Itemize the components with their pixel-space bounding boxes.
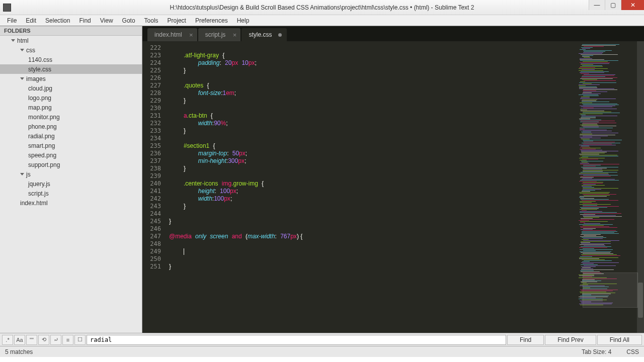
find-toggle-5[interactable]: ≡ — [62, 335, 73, 345]
find-toggle-2[interactable]: "" — [26, 335, 37, 345]
file-radial-png[interactable]: radial.png — [0, 131, 142, 141]
menu-selection[interactable]: Selection — [41, 16, 74, 25]
menu-project[interactable]: Project — [164, 16, 190, 25]
disclosure-arrow-icon — [20, 77, 24, 80]
menu-goto[interactable]: Goto — [118, 16, 139, 25]
window-title: H:\htdocs\tutsplus\Design & Build Scroll… — [170, 4, 474, 11]
folder-html[interactable]: html — [0, 36, 142, 45]
folder-tree[interactable]: htmlcss1140.cssstyle.cssimagescloud.jpgl… — [0, 36, 142, 333]
find-button[interactable]: Find — [507, 335, 544, 345]
tree-label: radial.png — [28, 133, 55, 140]
tree-label: map.png — [28, 104, 52, 111]
menu-view[interactable]: View — [96, 16, 117, 25]
close-button[interactable]: ✕ — [621, 0, 644, 10]
tree-label: logo.png — [28, 95, 51, 102]
find-bar: .*Aa""⟲⤾≡☐ Find Find Prev Find All — [0, 333, 644, 346]
sidebar: FOLDERS htmlcss1140.cssstyle.cssimagescl… — [0, 26, 142, 333]
titlebar: H:\htdocs\tutsplus\Design & Build Scroll… — [0, 0, 644, 15]
disclosure-arrow-icon — [20, 173, 24, 175]
file-logo-png[interactable]: logo.png — [0, 93, 142, 103]
find-toggle-0[interactable]: .* — [2, 335, 13, 345]
minimize-button[interactable]: — — [589, 0, 605, 10]
tree-label: smart.png — [28, 142, 55, 149]
menubar: FileEditSelectionFindViewGotoToolsProjec… — [0, 15, 644, 26]
disclosure-arrow-icon — [20, 49, 24, 51]
menu-preferences[interactable]: Preferences — [191, 16, 232, 25]
tab-label: style.css — [249, 31, 272, 38]
tab-script-js[interactable]: script.js× — [198, 28, 241, 41]
folder-images[interactable]: images — [0, 74, 142, 83]
minimap-viewport[interactable] — [583, 273, 638, 308]
file-smart-png[interactable]: smart.png — [0, 141, 142, 150]
tree-label: css — [26, 47, 35, 54]
status-matches: 5 matches — [5, 348, 33, 355]
file-script-js[interactable]: script.js — [0, 189, 142, 198]
file-index-html[interactable]: index.html — [0, 198, 142, 208]
scrollbar-thumb[interactable] — [638, 283, 643, 318]
file-monitor-png[interactable]: monitor.png — [0, 112, 142, 122]
find-all-button[interactable]: Find All — [597, 335, 642, 345]
tab-label: index.html — [154, 31, 182, 38]
file-cloud-jpg[interactable]: cloud.jpg — [0, 83, 142, 93]
status-language[interactable]: CSS — [626, 348, 639, 355]
tab-index-html[interactable]: index.html× — [147, 28, 197, 41]
tree-label: index.html — [20, 200, 48, 207]
file-speed-png[interactable]: speed.png — [0, 150, 142, 160]
dirty-indicator-icon — [278, 33, 282, 37]
find-prev-button[interactable]: Find Prev — [545, 335, 596, 345]
find-toggle-1[interactable]: Aa — [14, 335, 25, 345]
file-map-png[interactable]: map.png — [0, 103, 142, 112]
tab-bar: index.html×script.js×style.css — [142, 26, 644, 41]
tree-label: support.png — [28, 161, 60, 168]
code-editor[interactable]: .atf-light-gray { padding: 20px 10px; } … — [165, 41, 577, 333]
tree-label: images — [26, 75, 46, 82]
menu-find[interactable]: Find — [75, 16, 95, 25]
menu-file[interactable]: File — [3, 16, 21, 25]
file-1140-css[interactable]: 1140.css — [0, 55, 142, 64]
tree-label: jquery.js — [28, 180, 50, 188]
menu-edit[interactable]: Edit — [22, 16, 40, 25]
editor-scrollbar[interactable] — [637, 41, 644, 333]
tree-label: monitor.png — [28, 114, 60, 121]
close-tab-icon[interactable]: × — [233, 31, 237, 39]
line-gutter: 222 223 224 225 226 227 228 229 230 231 … — [142, 41, 165, 333]
tree-label: cloud.jpg — [28, 85, 52, 92]
tree-label: style.css — [28, 66, 51, 73]
status-tabsize[interactable]: Tab Size: 4 — [582, 348, 611, 355]
tab-label: script.js — [205, 31, 226, 38]
folders-header: FOLDERS — [0, 26, 142, 36]
tree-label: 1140.css — [28, 56, 52, 63]
menu-help[interactable]: Help — [233, 16, 254, 25]
maximize-button[interactable]: ▢ — [605, 0, 621, 10]
status-bar: 5 matches Tab Size: 4 CSS — [0, 346, 644, 357]
find-toggle-4[interactable]: ⤾ — [50, 335, 61, 345]
menu-tools[interactable]: Tools — [140, 16, 163, 25]
find-toggle-3[interactable]: ⟲ — [38, 335, 49, 345]
app-icon — [3, 4, 11, 12]
disclosure-arrow-icon — [11, 39, 15, 42]
folder-js[interactable]: js — [0, 169, 142, 179]
file-jquery-js[interactable]: jquery.js — [0, 179, 142, 189]
tree-label: speed.png — [28, 152, 56, 159]
editor-area: index.html×script.js×style.css 222 223 2… — [142, 26, 644, 333]
tree-label: phone.png — [28, 123, 57, 130]
file-support-png[interactable]: support.png — [0, 160, 142, 169]
tab-style-css[interactable]: style.css — [242, 28, 287, 41]
find-input[interactable] — [87, 335, 506, 345]
close-tab-icon[interactable]: × — [189, 31, 193, 39]
tree-label: script.js — [28, 190, 49, 197]
tree-label: js — [26, 171, 31, 178]
file-phone-png[interactable]: phone.png — [0, 122, 142, 131]
find-toggle-6[interactable]: ☐ — [74, 335, 86, 345]
file-style-css[interactable]: style.css — [0, 64, 142, 74]
tree-label: html — [17, 37, 29, 44]
folder-css[interactable]: css — [0, 45, 142, 55]
